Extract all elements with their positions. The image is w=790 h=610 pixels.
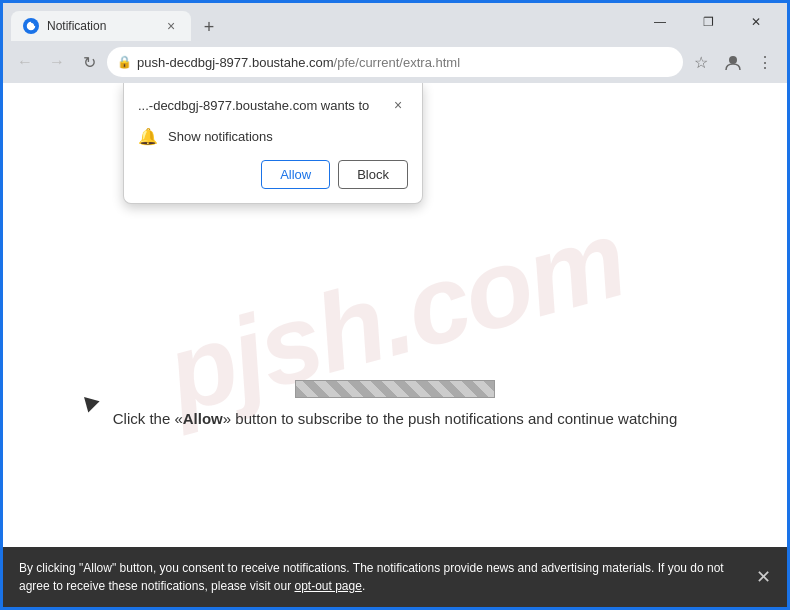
popup-header: ...-decdbgj-8977.boustahe.com wants to ×	[124, 83, 422, 123]
popup-close-button[interactable]: ×	[388, 95, 408, 115]
active-tab[interactable]: Notification ×	[11, 11, 191, 41]
close-window-button[interactable]: ✕	[733, 7, 779, 37]
back-button[interactable]: ←	[11, 48, 39, 76]
allow-button[interactable]: Allow	[261, 160, 330, 189]
svg-point-1	[729, 56, 737, 64]
minimize-button[interactable]: —	[637, 7, 683, 37]
tab-close-btn[interactable]: ×	[163, 18, 179, 34]
new-tab-button[interactable]: +	[195, 13, 223, 41]
menu-button[interactable]: ⋮	[751, 48, 779, 76]
url-bar[interactable]: 🔒 push-decdbgj-8977.boustahe.com/pfe/cur…	[107, 47, 683, 77]
bell-icon: 🔔	[138, 127, 158, 146]
consent-close-button[interactable]: ✕	[751, 565, 775, 589]
consent-text: By clicking "Allow" button, you consent …	[19, 559, 747, 595]
address-bar: ← → ↻ 🔒 push-decdbgj-8977.boustahe.com/p…	[3, 41, 787, 83]
bookmark-button[interactable]: ☆	[687, 48, 715, 76]
popup-permission-row: 🔔 Show notifications	[124, 123, 422, 160]
title-bar: Notification × + — ❐ ✕	[3, 3, 787, 41]
profile-button[interactable]	[719, 48, 747, 76]
page-content: pjsh.com Click the «Allow» button to sub…	[3, 83, 787, 547]
permission-label: Show notifications	[168, 129, 273, 144]
maximize-button[interactable]: ❐	[685, 7, 731, 37]
tab-favicon	[23, 18, 39, 34]
block-button[interactable]: Block	[338, 160, 408, 189]
page-message: Click the «Allow» button to subscribe to…	[3, 380, 787, 427]
url-text: push-decdbgj-8977.boustahe.com/pfe/curre…	[137, 55, 673, 70]
url-path: /pfe/current/extra.html	[334, 55, 460, 70]
progress-bar-wrap	[3, 380, 787, 398]
popup-title: ...-decdbgj-8977.boustahe.com wants to	[138, 98, 369, 113]
window-controls: — ❐ ✕	[637, 7, 779, 37]
reload-button[interactable]: ↻	[75, 48, 103, 76]
lock-icon: 🔒	[117, 55, 131, 69]
consent-bar: By clicking "Allow" button, you consent …	[3, 547, 787, 607]
tab-title: Notification	[47, 19, 155, 33]
tab-area: Notification × +	[11, 3, 633, 41]
progress-bar	[295, 380, 495, 398]
url-domain: push-decdbgj-8977.boustahe.com	[137, 55, 334, 70]
opt-out-link[interactable]: opt-out page	[294, 579, 361, 593]
popup-buttons: Allow Block	[124, 160, 422, 203]
instruction-text: Click the «Allow» button to subscribe to…	[3, 410, 787, 427]
forward-button[interactable]: →	[43, 48, 71, 76]
browser-window: Notification × + — ❐ ✕ ← → ↻ 🔒 push-decd…	[0, 0, 790, 610]
notification-popup: ...-decdbgj-8977.boustahe.com wants to ×…	[123, 83, 423, 204]
